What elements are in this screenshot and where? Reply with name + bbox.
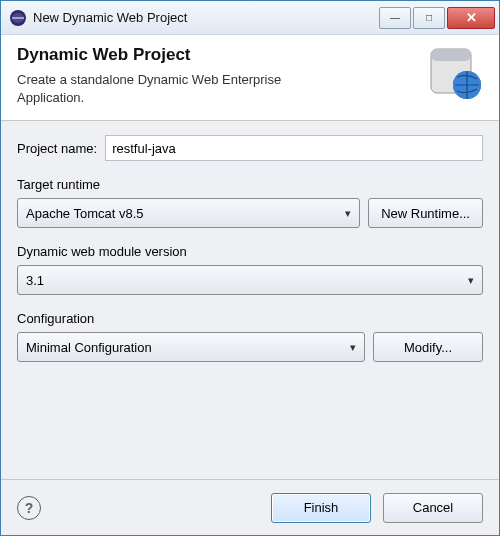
window-title: New Dynamic Web Project — [33, 10, 379, 25]
titlebar[interactable]: New Dynamic Web Project — □ ✕ — [1, 1, 499, 35]
cancel-button[interactable]: Cancel — [383, 493, 483, 523]
project-name-input[interactable] — [105, 135, 483, 161]
new-runtime-button[interactable]: New Runtime... — [368, 198, 483, 228]
configuration-label: Configuration — [17, 311, 483, 326]
target-runtime-combo[interactable]: Apache Tomcat v8.5 — [17, 198, 360, 228]
target-runtime-value: Apache Tomcat v8.5 — [26, 206, 144, 221]
project-name-row: Project name: — [17, 135, 483, 161]
help-icon[interactable]: ? — [17, 496, 41, 520]
window-controls: — □ ✕ — [379, 7, 495, 29]
configuration-value: Minimal Configuration — [26, 340, 152, 355]
svg-rect-3 — [431, 49, 471, 61]
modify-button[interactable]: Modify... — [373, 332, 483, 362]
close-button[interactable]: ✕ — [447, 7, 495, 29]
maximize-button[interactable]: □ — [413, 7, 445, 29]
banner-description: Create a standalone Dynamic Web Enterpri… — [17, 71, 337, 106]
finish-button[interactable]: Finish — [271, 493, 371, 523]
module-version-combo[interactable]: 3.1 — [17, 265, 483, 295]
module-version-value: 3.1 — [26, 273, 44, 288]
target-runtime-group: Target runtime Apache Tomcat v8.5 New Ru… — [17, 177, 483, 228]
banner-heading: Dynamic Web Project — [17, 45, 419, 65]
configuration-group: Configuration Minimal Configuration Modi… — [17, 311, 483, 362]
footer-bar: ? Finish Cancel — [1, 479, 499, 535]
module-version-group: Dynamic web module version 3.1 — [17, 244, 483, 295]
wizard-banner: Dynamic Web Project Create a standalone … — [1, 35, 499, 121]
module-version-label: Dynamic web module version — [17, 244, 483, 259]
content-area: Project name: Target runtime Apache Tomc… — [1, 121, 499, 479]
minimize-button[interactable]: — — [379, 7, 411, 29]
wizard-icon — [427, 45, 483, 101]
configuration-combo[interactable]: Minimal Configuration — [17, 332, 365, 362]
project-name-label: Project name: — [17, 141, 97, 156]
dialog-window: New Dynamic Web Project — □ ✕ Dynamic We… — [0, 0, 500, 536]
target-runtime-label: Target runtime — [17, 177, 483, 192]
eclipse-icon — [9, 9, 27, 27]
